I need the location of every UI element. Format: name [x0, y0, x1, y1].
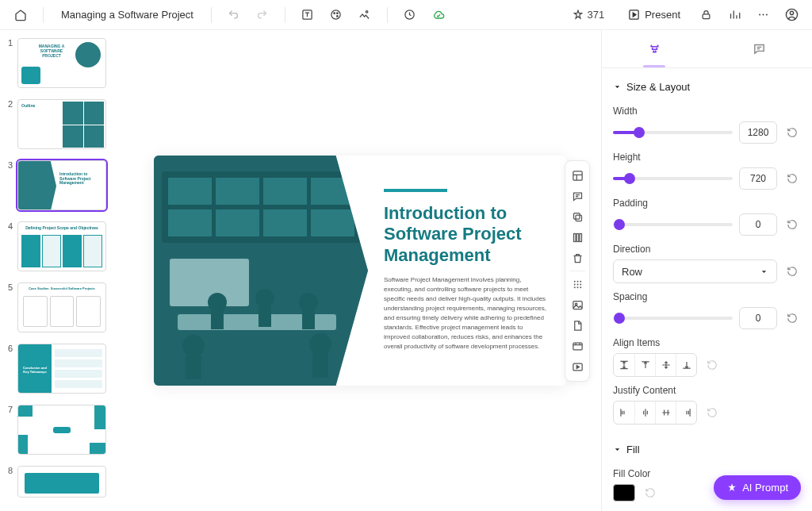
svg-point-10: [762, 14, 764, 16]
redo-button[interactable]: [251, 4, 274, 26]
slide-thumbnails[interactable]: 1 MANAGING A SOFTWARE PROJECT 2 Outline …: [0, 30, 119, 511]
slider-width[interactable]: [613, 126, 733, 139]
label-height: Height: [613, 152, 801, 163]
cloud-sync-icon[interactable]: [427, 4, 450, 26]
input-height[interactable]: [739, 167, 777, 190]
svg-rect-35: [312, 354, 328, 378]
align-end-icon[interactable]: [676, 354, 696, 376]
label-padding: Padding: [613, 198, 801, 209]
home-icon[interactable]: [10, 4, 32, 26]
label-spacing: Spacing: [613, 291, 801, 302]
align-start-icon[interactable]: [634, 354, 655, 376]
justify-between-icon[interactable]: [655, 402, 676, 424]
align-center-icon[interactable]: [655, 354, 676, 376]
svg-point-46: [576, 283, 578, 285]
svg-point-43: [576, 280, 578, 282]
reset-height-icon[interactable]: [783, 170, 801, 187]
align-stretch-icon[interactable]: [614, 354, 634, 376]
label-align: Align Items: [613, 337, 801, 348]
slide-title[interactable]: Introduction to Software Project Managem…: [384, 203, 547, 266]
picture-icon[interactable]: [567, 294, 588, 315]
trash-icon[interactable]: [567, 248, 588, 268]
history-icon[interactable]: [399, 4, 421, 26]
account-icon[interactable]: [780, 4, 802, 26]
slide-thumb-8[interactable]: [17, 466, 106, 498]
reset-padding-icon[interactable]: [783, 216, 801, 233]
input-spacing[interactable]: [739, 307, 777, 329]
justify-end-icon[interactable]: [676, 402, 696, 424]
layout-icon[interactable]: [567, 165, 588, 186]
ai-prompt-button[interactable]: AI Prompt: [714, 475, 801, 500]
slide-body[interactable]: Software Project Management involves pla…: [384, 275, 547, 352]
input-padding[interactable]: [739, 213, 777, 236]
slide-thumb-4[interactable]: Defining Project Scope and Objectives: [17, 221, 106, 271]
justify-center-icon[interactable]: [634, 402, 655, 424]
present-button[interactable]: Present: [620, 6, 688, 24]
analytics-icon[interactable]: [723, 4, 745, 26]
tab-design[interactable]: [602, 30, 707, 67]
dropdown-direction[interactable]: Row: [613, 259, 777, 283]
slide-thumb-7[interactable]: [17, 405, 106, 455]
svg-rect-37: [576, 215, 582, 221]
section-size-layout[interactable]: Size & Layout: [613, 76, 801, 98]
reset-align-icon: [703, 356, 721, 374]
label-width: Width: [613, 106, 801, 117]
justify-start-icon[interactable]: [614, 402, 634, 424]
input-width[interactable]: [739, 121, 777, 144]
document-icon[interactable]: [567, 315, 588, 336]
canvas[interactable]: Introduction to Software Project Managem…: [119, 30, 601, 511]
undo-button[interactable]: [223, 4, 245, 26]
svg-point-34: [309, 333, 331, 355]
svg-point-11: [765, 14, 767, 16]
svg-rect-29: [259, 306, 271, 327]
notes-icon[interactable]: [567, 186, 588, 206]
svg-point-4: [337, 16, 339, 17]
slider-height[interactable]: [613, 172, 733, 185]
fill-color-swatch[interactable]: [613, 484, 635, 501]
svg-point-42: [573, 280, 575, 282]
play-frame-icon[interactable]: [567, 356, 588, 377]
active-slide[interactable]: Introduction to Software Project Managem…: [154, 156, 566, 386]
svg-point-48: [573, 286, 575, 288]
slide-thumb-3[interactable]: Introduction to Software Project Managem…: [17, 160, 106, 210]
svg-rect-21: [216, 209, 259, 236]
thumb-number: 1: [5, 38, 13, 48]
slide-thumb-2[interactable]: Outline: [17, 99, 106, 149]
slide-thumb-6[interactable]: Conclusion and Key Takeaways: [17, 344, 106, 394]
image-tool-icon[interactable]: [354, 4, 376, 26]
tab-comments[interactable]: [707, 30, 813, 67]
slider-spacing[interactable]: [613, 312, 733, 325]
svg-point-28: [255, 289, 274, 308]
svg-rect-53: [573, 343, 581, 350]
duplicate-icon[interactable]: [567, 206, 588, 227]
svg-rect-18: [263, 178, 307, 205]
svg-point-5: [366, 11, 369, 13]
text-tool-icon[interactable]: [297, 4, 319, 26]
svg-rect-22: [263, 209, 307, 236]
doc-title[interactable]: Managing a Software Project: [55, 6, 200, 24]
svg-rect-19: [311, 178, 354, 205]
columns-icon[interactable]: [567, 227, 588, 248]
lock-icon[interactable]: [695, 4, 717, 26]
align-group: [613, 353, 697, 377]
reset-direction-icon[interactable]: [783, 263, 801, 280]
slide-thumb-5[interactable]: Case Studies: Successful Software Projec…: [17, 282, 106, 332]
theme-icon[interactable]: [325, 4, 347, 26]
slider-padding[interactable]: [613, 218, 733, 231]
svg-rect-33: [186, 355, 201, 379]
credits[interactable]: 371: [573, 9, 604, 21]
slide-thumb-1[interactable]: MANAGING A SOFTWARE PROJECT: [17, 38, 106, 88]
reset-spacing-icon[interactable]: [783, 309, 801, 327]
video-icon[interactable]: [567, 336, 588, 356]
svg-point-32: [182, 335, 205, 357]
section-fill[interactable]: Fill: [613, 439, 801, 460]
svg-rect-36: [573, 171, 581, 179]
grid-icon[interactable]: [567, 274, 588, 294]
svg-point-45: [573, 283, 575, 285]
reset-width-icon[interactable]: [783, 124, 801, 141]
svg-point-50: [580, 286, 581, 288]
chevron-down-icon: [760, 267, 768, 276]
slide-toolbar: [565, 160, 590, 382]
svg-rect-31: [302, 310, 315, 329]
more-icon[interactable]: [752, 4, 774, 26]
